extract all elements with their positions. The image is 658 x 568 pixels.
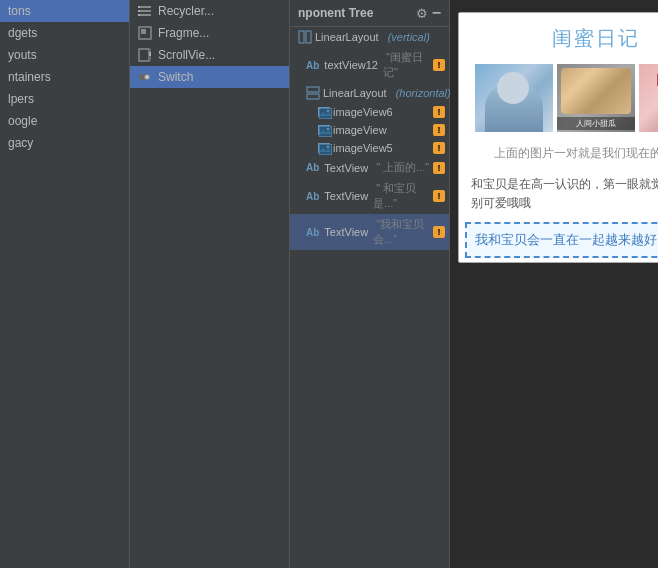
linear-layout-icon <box>298 30 312 44</box>
svg-rect-21 <box>319 126 332 137</box>
tree-item-imageview[interactable]: imageView ! <box>290 121 449 139</box>
warning-icon: ! <box>433 124 445 136</box>
palette-panel: Recycler... Fragme... ScrollVie... <box>130 0 290 568</box>
svg-rect-24 <box>319 144 332 155</box>
gear-icon[interactable]: ⚙ <box>416 6 428 21</box>
ab-icon: Ab <box>306 162 319 173</box>
ab-icon: Ab <box>306 60 319 71</box>
tree-item-textview-2[interactable]: Ab TextView " 和宝贝是..." ! <box>290 178 449 214</box>
tree-item-sublabel: "我和宝贝会..." <box>373 217 430 247</box>
svg-rect-2 <box>139 14 151 16</box>
svg-rect-17 <box>307 94 319 99</box>
left-nav-panel: tons dgets youts ntainers lpers oogle ga… <box>0 0 130 568</box>
left-nav-item-dgets[interactable]: dgets <box>0 22 129 44</box>
svg-point-13 <box>146 76 149 79</box>
svg-rect-4 <box>138 10 140 12</box>
palette-item-label: Fragme... <box>158 26 209 40</box>
palette-item-recycler[interactable]: Recycler... <box>130 0 289 22</box>
warning-icon: ! <box>433 106 445 118</box>
tree-item-label: LinearLayout <box>315 31 379 43</box>
warning-icon: ! <box>433 162 445 174</box>
svg-rect-0 <box>139 6 151 8</box>
tree-item-label: TextView <box>324 190 368 202</box>
left-nav-item-tons[interactable]: tons <box>0 0 129 22</box>
svg-rect-15 <box>306 31 311 43</box>
header-icons: ⚙ − <box>416 4 441 22</box>
tree-item-sublabel: (horizontal) <box>393 87 451 99</box>
preview-title: 闺蜜日记 <box>459 13 658 60</box>
left-nav-item-oogle[interactable]: oogle <box>0 110 129 132</box>
palette-item-label: Recycler... <box>158 4 214 18</box>
component-tree-header: nponent Tree ⚙ − <box>290 0 449 27</box>
list-icon <box>138 4 152 18</box>
preview-text-1: 上面的图片一对就是我们现在的头像呀 <box>459 136 658 167</box>
left-nav-item-lpers[interactable]: lpers <box>0 88 129 110</box>
left-nav-item-ntainers[interactable]: ntainers <box>0 66 129 88</box>
tree-item-label: imageView <box>333 124 387 136</box>
svg-rect-1 <box>139 10 151 12</box>
palette-item-label: Switch <box>158 70 193 84</box>
tree-item-textview-1[interactable]: Ab TextView " 上面的..." ! <box>290 157 449 178</box>
tree-item-label: imageView5 <box>333 142 393 154</box>
tree-item-sublabel: "闺蜜日记" <box>383 50 430 80</box>
tree-item-label: textView12 <box>324 59 378 71</box>
warning-icon: ! <box>433 142 445 154</box>
palette-item-scrollview[interactable]: ScrollVie... <box>130 44 289 66</box>
preview-text-3-selected: 我和宝贝会一直在一起越来越好 <box>465 222 658 259</box>
palette-item-switch[interactable]: Switch <box>130 66 289 88</box>
svg-rect-5 <box>138 14 140 16</box>
preview-images <box>459 60 658 136</box>
tree-item-linearlayout-horizontal[interactable]: LinearLayout (horizontal) <box>290 83 449 103</box>
svg-rect-18 <box>319 108 332 119</box>
tree-item-textview-3[interactable]: Ab TextView "我和宝贝会..." ! <box>290 214 449 250</box>
phone-preview: 闺蜜日记 上面的图片一对就是我们现在的头像呀 和宝贝是在高一认识的，第一眼就觉得… <box>458 12 658 263</box>
warning-icon: ! <box>433 59 445 71</box>
warning-icon: ! <box>433 226 445 238</box>
linear-layout-icon <box>306 86 320 100</box>
avatar-3 <box>639 64 659 132</box>
tree-item-sublabel: " 和宝贝是..." <box>373 181 430 211</box>
scroll-icon <box>138 48 152 62</box>
tree-item-imageview5[interactable]: imageView5 ! <box>290 139 449 157</box>
tree-item-label: TextView <box>324 162 368 174</box>
tree-item-linearlayout-vertical[interactable]: LinearLayout (vertical) <box>290 27 449 47</box>
preview-text-2: 和宝贝是在高一认识的，第一眼就觉得宝贝特别可爱哦哦 <box>459 167 658 217</box>
warning-icon: ! <box>433 190 445 202</box>
fragment-icon <box>138 26 152 40</box>
image-icon <box>318 125 330 135</box>
svg-rect-7 <box>141 29 146 34</box>
svg-rect-16 <box>307 87 319 92</box>
tree-item-label: TextView <box>324 226 368 238</box>
avatar-2 <box>557 64 635 132</box>
image-icon <box>318 143 330 153</box>
tree-item-sublabel: " 上面的..." <box>373 160 429 175</box>
left-nav-item-gacy[interactable]: gacy <box>0 132 129 154</box>
component-tree-title: nponent Tree <box>298 6 373 20</box>
component-tree-panel: nponent Tree ⚙ − LinearLayout (vertical)… <box>290 0 450 568</box>
svg-rect-3 <box>138 6 140 8</box>
svg-rect-14 <box>299 31 304 43</box>
palette-item-fragment[interactable]: Fragme... <box>130 22 289 44</box>
tree-item-imageview6[interactable]: imageView6 ! <box>290 103 449 121</box>
ab-icon: Ab <box>306 191 319 202</box>
image-icon <box>318 107 330 117</box>
svg-rect-10 <box>149 52 151 56</box>
palette-item-label: ScrollVie... <box>158 48 215 62</box>
ab-icon: Ab <box>306 227 319 238</box>
switch-icon <box>138 70 152 84</box>
svg-point-20 <box>327 110 330 113</box>
minus-icon[interactable]: − <box>432 4 441 22</box>
avatar-dog <box>561 68 631 114</box>
svg-point-26 <box>327 146 330 149</box>
preview-panel: 🔧 闺蜜日记 上面的图片一对就是我们现在的头像呀 和宝贝是在高一认识的，第一眼就… <box>450 0 658 568</box>
avatar-1 <box>475 64 553 132</box>
tree-item-sublabel: (vertical) <box>385 31 430 43</box>
tree-item-label: LinearLayout <box>323 87 387 99</box>
left-nav-item-youts[interactable]: youts <box>0 44 129 66</box>
svg-rect-8 <box>139 49 149 61</box>
svg-point-23 <box>327 128 330 131</box>
tree-item-textview12[interactable]: Ab textView12 "闺蜜日记" ! <box>290 47 449 83</box>
tree-item-label: imageView6 <box>333 106 393 118</box>
